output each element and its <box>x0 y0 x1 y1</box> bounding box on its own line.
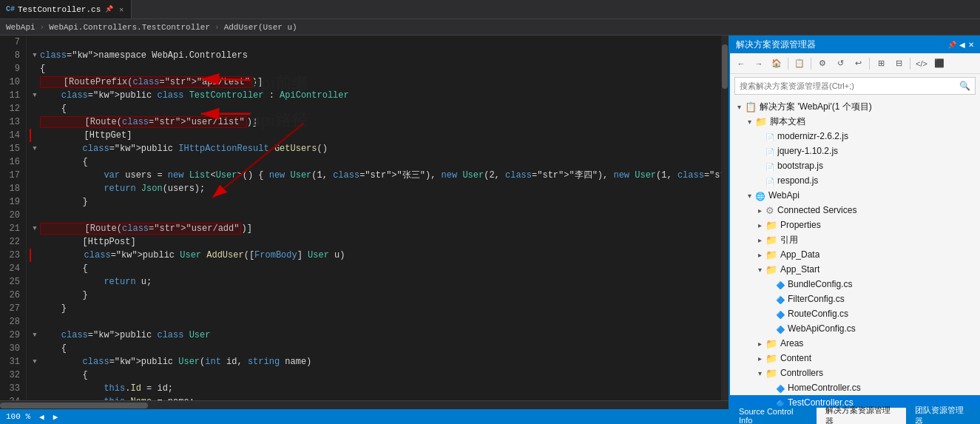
bottom-tab-_________[interactable]: 解决方案资源管理器 <box>817 408 906 424</box>
collapse-all-btn[interactable]: ⊟ <box>891 55 907 72</box>
show-files-btn[interactable]: 📋 <box>791 55 808 72</box>
expand-arrow-Areas[interactable]: ▸ <box>755 340 764 348</box>
search-icon: 🔍 <box>959 81 970 91</box>
tree-icon-file: 📄 <box>766 146 774 157</box>
tree-item-WebApiConfig_cs[interactable]: 🔷WebApiConfig.cs <box>730 321 980 336</box>
settings-btn[interactable]: ⚙ <box>814 55 831 72</box>
tree-item-Controllers[interactable]: ▾📁Controllers <box>730 366 980 380</box>
breadcrumb-part1[interactable]: WebApi <box>6 23 36 32</box>
editor-status-bar: 100 % ◀ ▶ <box>0 409 729 424</box>
tree-label: WebApi <box>768 190 800 201</box>
undo-btn[interactable]: ↩ <box>850 55 866 72</box>
tree-label: HomeController.cs <box>788 383 861 393</box>
breadcrumb-sep2: › <box>214 23 220 32</box>
scroll-right-btn[interactable]: ▶ <box>53 412 58 422</box>
code-editor[interactable]: ▼class="kw">namespace WebApi.Controllers… <box>27 36 721 400</box>
tree-label: App_Data <box>780 249 820 260</box>
collapse-btn-15[interactable]: ▼ <box>30 142 40 155</box>
home-btn[interactable]: 🏠 <box>768 55 785 72</box>
collapse-btn-29[interactable]: ▼ <box>30 329 40 342</box>
expand-all-btn[interactable]: ⊞ <box>873 55 889 72</box>
tree-item-____[interactable]: ▾📁脚本文档 <box>730 114 980 129</box>
expand-arrow-Properties[interactable]: ▸ <box>755 221 764 229</box>
line-content-29: class="kw">public class User <box>40 329 210 342</box>
tree-item-App_Data[interactable]: ▸📁App_Data <box>730 247 980 262</box>
expand-arrow-Connected_Services[interactable]: ▸ <box>755 206 764 215</box>
horizontal-scrollbar[interactable] <box>0 400 729 409</box>
expand-arrow-App_Data[interactable]: ▸ <box>755 251 764 259</box>
tree-item-Properties[interactable]: ▸📁Properties <box>730 218 980 232</box>
forward-btn[interactable]: → <box>751 55 767 72</box>
line-content-27: } <box>40 302 67 315</box>
tab-testcontroller[interactable]: C# TestController.cs 📌 ✕ <box>0 0 132 18</box>
bottom-tab-Source_Control_Info[interactable]: Source Control Info <box>730 408 817 424</box>
tree-item-Connected_Services[interactable]: ▸⚙Connected Services <box>730 203 980 218</box>
pin-window-btn[interactable]: 📌 <box>947 41 956 49</box>
search-input[interactable] <box>740 81 959 90</box>
tree-item-__[interactable]: ▸📁引用 <box>730 232 980 247</box>
tab-label: TestController.cs <box>18 5 101 14</box>
tree-icon-folder: 📁 <box>766 220 777 231</box>
zoom-level: 100 % <box>6 412 30 421</box>
line-content-24: { <box>40 262 88 275</box>
expand-arrow-Content[interactable]: ▸ <box>755 354 764 363</box>
maximize-btn[interactable]: ⬛ <box>931 55 947 72</box>
breadcrumb: WebApi › WebApi.Controllers.TestControll… <box>0 19 980 36</box>
collapse-btn-31[interactable]: ▼ <box>30 355 40 369</box>
collapse-btn-8[interactable]: ▼ <box>30 49 40 62</box>
tree-label: modernizr-2.6.2.js <box>777 131 848 141</box>
tree-icon-folder: 📁 <box>766 235 777 246</box>
scroll-left-btn[interactable]: ◀ <box>39 412 44 422</box>
tree-item-bootstrap_js[interactable]: 📄bootstrap.js <box>730 158 980 173</box>
line-content-10: [RoutePrefix(class="str">"api/test")] <box>40 75 263 89</box>
bottom-tab-_______[interactable]: 团队资源管理器 <box>906 408 980 424</box>
back-btn[interactable]: ← <box>733 55 749 72</box>
code-line-20 <box>30 209 718 222</box>
tree-item-______WebApi__1_____[interactable]: ▾📋解决方案 'WebApi'(1 个项目) <box>730 99 980 114</box>
close-tab-button[interactable]: ✕ <box>118 5 125 14</box>
code-line-13: [Route(class="str">"user/list")] <box>30 115 718 129</box>
tree-icon-folder: 📁 <box>755 116 767 127</box>
pin-icon: 📌 <box>104 5 115 13</box>
scroll-thumb[interactable] <box>722 44 728 89</box>
line-content-11: class="kw">public class TestController :… <box>40 89 349 102</box>
breadcrumb-part2[interactable]: WebApi.Controllers.TestController <box>49 23 210 32</box>
expand-arrow-Controllers[interactable]: ▾ <box>755 369 764 377</box>
tree-item-RouteConfig_cs[interactable]: 🔷RouteConfig.cs <box>730 306 980 321</box>
tree-item-jquery_1_10_2_js[interactable]: 📄jquery-1.10.2.js <box>730 144 980 158</box>
line-content-18: return Json(users); <box>40 182 205 195</box>
expand-arrow-WebApi[interactable]: ▾ <box>745 192 754 200</box>
tree-item-modernizr_2_6_2_js[interactable]: 📄modernizr-2.6.2.js <box>730 129 980 144</box>
tree-item-WebApi[interactable]: ▾🌐WebApi <box>730 188 980 203</box>
tree-item-BundleConfig_cs[interactable]: 🔷BundleConfig.cs <box>730 277 980 292</box>
tree-item-Areas[interactable]: ▸📁Areas <box>730 336 980 351</box>
expand-arrow-______WebApi__1_____[interactable]: ▾ <box>734 103 743 111</box>
refresh-btn[interactable]: ↺ <box>832 55 848 72</box>
tree-item-HomeController_cs[interactable]: 🔷HomeController.cs <box>730 380 980 395</box>
right-panel-title: 解决方案资源管理器 <box>736 38 816 51</box>
tree-label: bootstrap.js <box>777 161 823 171</box>
collapse-btn-11[interactable]: ▼ <box>30 89 40 102</box>
tree-item-App_Start[interactable]: ▾📁App_Start <box>730 262 980 277</box>
tab-bar: C# TestController.cs 📌 ✕ <box>0 0 980 19</box>
code-line-11: ▼ class="kw">public class TestController… <box>30 89 718 102</box>
tree-icon-file: 🔷 <box>776 309 785 320</box>
h-scroll-thumb[interactable] <box>0 403 148 408</box>
tree-item-Content[interactable]: ▸📁Content <box>730 351 980 366</box>
collapse-btn-21[interactable]: ▼ <box>30 222 40 235</box>
breadcrumb-part3[interactable]: AddUser(User u) <box>224 23 297 32</box>
auto-hide-btn[interactable]: ◀ <box>959 41 965 49</box>
vertical-scrollbar[interactable] <box>721 36 729 400</box>
expand-arrow-App_Start[interactable]: ▾ <box>755 266 764 274</box>
expand-arrow-____[interactable]: ▾ <box>745 118 754 126</box>
tree-item-FilterConfig_cs[interactable]: 🔷FilterConfig.cs <box>730 292 980 306</box>
line-content-8: class="kw">namespace WebApi.Controllers <box>40 49 248 62</box>
view-btn[interactable]: </> <box>913 55 930 72</box>
search-box: 🔍 <box>734 77 976 95</box>
line-content-16: { <box>40 155 88 169</box>
code-line-10: [RoutePrefix(class="str">"api/test")] <box>30 75 718 89</box>
code-line-15: ▼ class="kw">public IHttpActionResult Ge… <box>30 142 718 155</box>
close-panel-btn[interactable]: ✕ <box>968 41 974 49</box>
tree-item-respond_js[interactable]: 📄respond.js <box>730 173 980 188</box>
expand-arrow-__[interactable]: ▸ <box>755 236 764 244</box>
